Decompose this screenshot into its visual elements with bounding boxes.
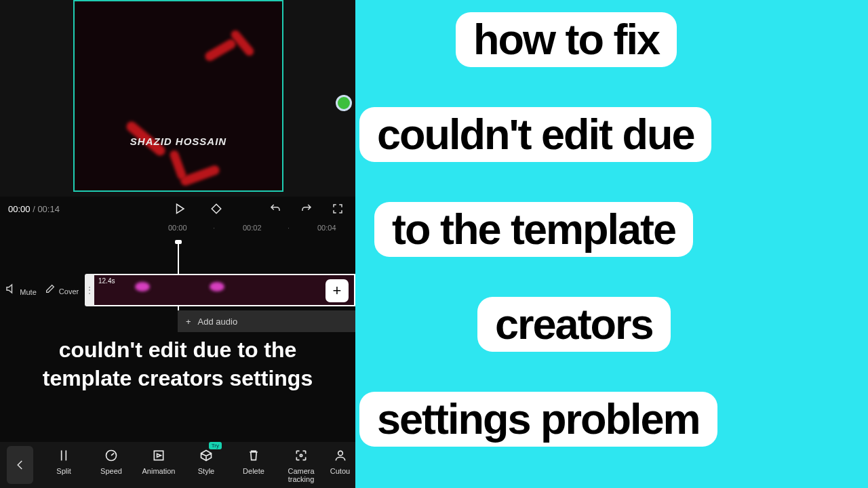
cover-button[interactable]: Cover [41,282,81,298]
overlay-caption: couldn't edit due to the template creato… [20,336,335,392]
decor-stroke [203,37,237,62]
current-time: 00:00 [8,204,31,214]
trash-icon [230,447,277,464]
redo-icon[interactable] [300,202,313,216]
play-icon[interactable] [173,202,186,216]
thumbnail-text-panel: how to fix couldn't edit due to the temp… [355,0,868,488]
preview-frame[interactable]: SHAZID HOSSAIN [73,0,283,192]
person-icon [325,447,355,464]
thumb-text-line: to the template [374,202,693,257]
editor-panel: SHAZID HOSSAIN 00:00 / 00:14 [0,0,355,488]
decor-stroke [135,282,150,291]
video-track: Mute Cover ⋮ 12.4s + [0,271,355,308]
thumb-text-line: settings problem [359,392,717,447]
playback-bar: 00:00 / 00:14 [0,199,355,219]
add-clip-button[interactable]: + [326,279,349,302]
animation-icon [135,447,182,464]
record-indicator-icon [336,95,352,111]
camera-tracking-button[interactable]: Camera tracking [277,447,325,483]
animation-button[interactable]: Animation [135,447,182,483]
bottom-toolbar: Split Speed Animation Try Style De [0,442,355,488]
clip-handle-left[interactable]: ⋮ [85,274,94,306]
add-audio-button[interactable]: + Add audio [178,310,355,332]
speed-button[interactable]: Speed [87,447,135,483]
timeline-ruler[interactable]: 00:00 · 00:02 · 00:04 [0,224,355,237]
cube-icon [182,447,230,464]
cutout-button[interactable]: Cutou [325,447,355,483]
svg-point-2 [300,454,302,456]
tip-badge: Try [209,442,222,449]
keyframe-icon[interactable] [210,202,223,216]
svg-point-3 [338,451,342,455]
preview-area[interactable]: SHAZID HOSSAIN [0,0,355,197]
gauge-icon [87,447,135,464]
style-button[interactable]: Try Style [182,447,230,483]
decor-stroke [210,282,224,291]
total-time: 00:14 [37,204,60,214]
edit-icon [43,282,57,296]
thumb-text-line: couldn't edit due [359,107,711,162]
undo-icon[interactable] [269,202,282,216]
preview-watermark: SHAZID HOSSAIN [75,136,282,147]
plus-icon: + [186,317,191,327]
plus-icon: + [333,282,342,300]
decor-stroke [179,164,220,187]
video-clip[interactable]: 12.4s + [94,274,355,306]
time-display: 00:00 / 00:14 [8,204,60,214]
chevron-left-icon [14,459,26,471]
thumb-text-line: how to fix [456,12,677,67]
mute-button[interactable]: Mute [0,282,41,298]
back-button[interactable] [7,446,33,484]
clip-duration: 12.4s [98,277,115,285]
speaker-icon [4,282,18,296]
split-button[interactable]: Split [40,447,87,483]
thumb-text-line: creators [477,297,671,352]
delete-button[interactable]: Delete [230,447,277,483]
split-icon [40,447,87,464]
fullscreen-icon[interactable] [331,202,344,216]
camera-tracking-icon [277,447,325,464]
